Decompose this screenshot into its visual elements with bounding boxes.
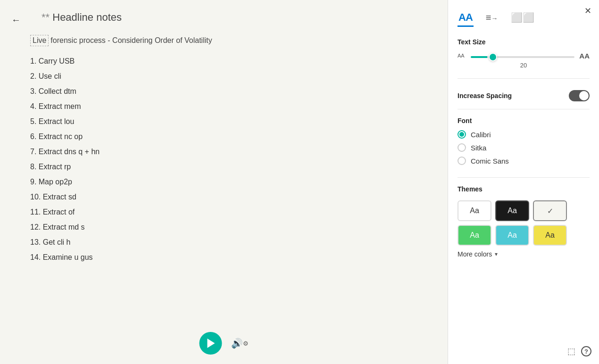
tab-paragraph[interactable]: ≡→ [485,9,499,27]
live-label: Live [30,35,49,46]
list-item: 2. Use cli [30,71,429,82]
radio-calibri [458,130,466,139]
close-button[interactable]: ✕ [584,7,591,15]
list-item: 12. Extract md s [30,222,429,233]
list-item: 11. Extract of [30,207,429,218]
text-size-slider-row: AA AA [458,51,590,60]
font-option-sitka[interactable]: Sitka [458,143,590,152]
play-button[interactable] [199,332,222,355]
settings-gear-icon: ⚙ [243,340,249,347]
themes-grid: Aa Aa ✓ Aa Aa Aa [458,200,590,246]
list-item: 6. Extract nc op [30,131,429,142]
headline: ** Headline notes [42,11,429,24]
theme-white[interactable]: Aa [458,200,491,221]
help-icon: ? [581,346,591,356]
list-item: 1. Carry USB [30,56,429,67]
tab-book[interactable]: ⬜⬜ [510,9,535,27]
theme-white-label: Aa [470,207,479,215]
radio-dot-calibri [459,132,464,137]
theme-yellow-label: Aa [545,231,555,240]
caption-icon: ⬚ [567,347,575,356]
font-option-comicsans[interactable]: Comic Sans [458,157,590,165]
radio-comicsans [458,157,466,165]
play-icon [208,339,215,348]
spacing-row: Increase Spacing [458,90,590,101]
caption-button[interactable]: ⬚ [567,346,575,357]
chevron-down-icon: ▾ [495,251,498,257]
size-value: 20 [458,62,590,69]
panel-tabs: AA ≡→ ⬜⬜ [458,9,590,27]
text-size-label: Text Size [458,38,590,46]
note-list: 1. Carry USB2. Use cli3. Collect dtm4. E… [30,56,429,263]
font-name-sitka: Sitka [471,144,486,152]
headline-stars: ** [42,11,52,23]
themes-label: Themes [458,185,590,193]
list-item: 3. Collect dtm [30,86,429,97]
slider-container [471,51,574,60]
text-size-slider[interactable] [471,56,574,58]
list-item: 4. Extract mem [30,101,429,112]
divider-1 [458,78,590,79]
list-item: 14. Examine u gus [30,252,429,263]
font-label: Font [458,117,590,124]
left-panel: ← ** Headline notes Liveforensic process… [0,0,448,364]
list-item: 10. Extract sd [30,191,429,203]
audio-settings-button[interactable]: 🔊 ⚙ [231,338,249,349]
theme-teal[interactable]: Aa [495,225,529,246]
audio-icon: 🔊 [231,338,243,349]
theme-sepia[interactable]: ✓ [533,200,567,221]
font-option-calibri[interactable]: Calibri [458,130,590,139]
more-colors-label: More colors [458,250,492,258]
list-item: 13. Get cli h [30,237,429,248]
more-colors-button[interactable]: More colors ▾ [458,250,590,258]
size-large-label: AA [578,52,590,60]
font-name-calibri: Calibri [471,131,491,139]
bottom-icons: ⬚ ? [567,346,591,357]
theme-dark[interactable]: Aa [495,200,529,221]
help-button[interactable]: ? [581,346,591,357]
radio-sitka [458,143,466,152]
back-button[interactable]: ← [8,11,25,28]
spacing-label: Increase Spacing [458,92,512,99]
list-item: 8. Extract rp [30,161,429,173]
list-item: 5. Extract lou [30,116,429,127]
note-subtitle: Liveforensic process - Considering Order… [30,35,429,46]
spacing-toggle[interactable] [569,90,590,101]
right-panel: ✕ AA ≡→ ⬜⬜ Text Size AA AA 20 Increase S… [448,0,599,364]
theme-green-label: Aa [470,231,479,240]
font-name-comicsans: Comic Sans [471,157,509,165]
bottom-controls: 🔊 ⚙ [199,332,249,355]
size-small-label: AA [458,53,467,58]
list-item: 9. Map op2p [30,176,429,188]
divider-2 [458,109,590,109]
theme-teal-label: Aa [507,231,517,240]
theme-sepia-label: ✓ [547,207,553,215]
theme-yellow[interactable]: Aa [533,225,567,246]
divider-3 [458,177,590,178]
theme-green[interactable]: Aa [458,225,491,246]
toggle-knob [579,91,589,100]
list-item: 7. Extract dns q + hn [30,146,429,157]
tab-text-size[interactable]: AA [458,9,474,27]
theme-dark-label: Aa [507,207,517,215]
